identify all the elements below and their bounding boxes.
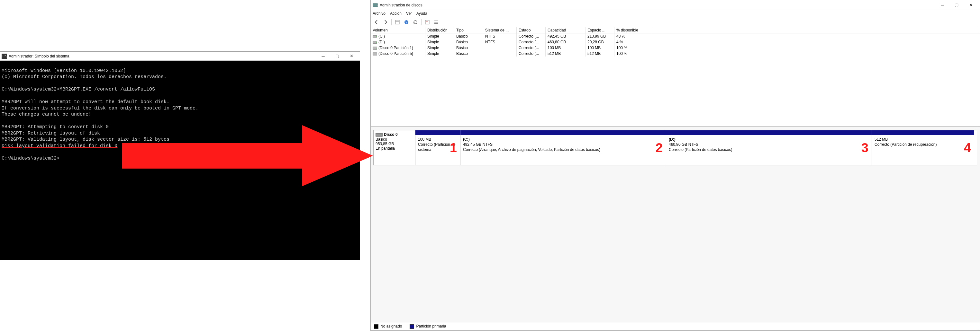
svg-point-15 (376, 42, 377, 43)
svg-rect-8 (426, 21, 428, 22)
maximize-button[interactable]: ▢ (950, 1, 964, 9)
cmd-title: Administrador: Símbolo del sistema (9, 54, 316, 58)
annotation-number: 1 (450, 141, 457, 155)
refresh-button[interactable] (412, 18, 419, 26)
partition-size: 460,80 GB NTFS (669, 142, 698, 147)
disk-row[interactable]: Disco 0 Básico 953,85 GB En pantalla 100… (373, 130, 977, 165)
volume-list-header: Volumen Distribución Tipo Sistema de ...… (371, 27, 980, 33)
disk-name: Disco 0 (384, 132, 398, 137)
menu-help[interactable]: Ayuda (416, 11, 427, 16)
partition-status: Correcto (Partición de recuperación) (875, 142, 937, 147)
partition-header-bar (872, 130, 974, 135)
cmd-window: C:\ Administrador: Símbolo del sistema ─… (0, 51, 360, 260)
disk-graphic-pane[interactable]: Disco 0 Básico 953,85 GB En pantalla 100… (371, 127, 980, 322)
col-layout[interactable]: Distribución (425, 27, 454, 33)
menu-action[interactable]: Acción (390, 11, 402, 16)
cmd-line: These changes cannot be undone! (2, 112, 91, 117)
partition-header-bar (415, 130, 460, 135)
cmd-line: If conversion is successful the disk can… (2, 106, 198, 111)
cmd-prompt: C:\Windows\system32> (2, 156, 59, 161)
show-hide-button[interactable] (393, 18, 401, 26)
list-view-button[interactable] (433, 18, 440, 26)
svg-rect-2 (373, 5, 377, 7)
cmd-line: (c) Microsoft Corporation. Todos los der… (2, 74, 167, 80)
annotation-number: 2 (655, 141, 663, 155)
dm-toolbar: ? (371, 17, 980, 27)
annotation-number: 4 (964, 141, 971, 155)
help-button[interactable]: ? (402, 18, 410, 26)
volume-icon (373, 41, 377, 44)
volume-row[interactable]: (D:)SimpleBásicoNTFSCorrecto (...460,80 … (371, 39, 980, 45)
col-free[interactable]: Espacio ... (585, 27, 614, 33)
cmd-output[interactable]: Microsoft Windows [Versión 10.0.19042.10… (0, 61, 360, 162)
close-button[interactable]: ✕ (344, 52, 358, 61)
col-capacity[interactable]: Capacidad (546, 27, 585, 33)
minimize-button[interactable]: ─ (935, 1, 950, 9)
cmd-line: MBR2GPT: Attempting to convert disk 0 (2, 124, 109, 130)
col-filesystem[interactable]: Sistema de ... (483, 27, 517, 33)
minimize-button[interactable]: ─ (316, 52, 330, 61)
svg-rect-11 (434, 23, 438, 24)
forward-button[interactable] (382, 18, 389, 26)
svg-rect-9 (434, 21, 438, 21)
partition-name: (C:) (463, 137, 470, 142)
volume-row[interactable]: (Disco 0 Partición 1)SimpleBásicoCorrect… (371, 45, 980, 51)
col-volume[interactable]: Volumen (371, 27, 425, 33)
cmd-line: C:\Windows\system32>MBR2GPT.EXE /convert… (2, 87, 155, 92)
disk-type: Básico (375, 137, 387, 142)
disk-icon (375, 133, 383, 137)
partition[interactable]: 100 MBCorrecto (Partición de sistema1 (415, 130, 460, 165)
disk-mgmt-icon (373, 3, 378, 8)
volume-icon (373, 46, 377, 50)
toolbar-separator (421, 19, 422, 25)
svg-text:?: ? (406, 21, 407, 24)
menu-view[interactable]: Ver (406, 11, 412, 16)
menu-file[interactable]: Archivo (373, 11, 385, 16)
col-type[interactable]: Tipo (454, 27, 483, 33)
svg-rect-1 (373, 3, 377, 5)
partition-name: (D:) (669, 137, 676, 142)
cmd-icon: C:\ (2, 54, 7, 59)
properties-button[interactable] (423, 18, 431, 26)
volume-list[interactable]: Volumen Distribución Tipo Sistema de ...… (371, 27, 980, 127)
partition[interactable]: (C:)492,45 GB NTFSCorrecto (Arranque, Ar… (460, 130, 666, 165)
col-status[interactable]: Estado (517, 27, 546, 33)
cmd-line: MBR2GPT: Validating layout, disk sector … (2, 137, 169, 142)
legend-swatch-unallocated (374, 324, 379, 329)
partition-header-bar (666, 130, 872, 135)
cmd-line: MBR2GPT: Retrieving layout of disk (2, 131, 100, 136)
svg-rect-20 (375, 133, 383, 136)
svg-point-21 (381, 134, 381, 135)
maximize-button[interactable]: ▢ (330, 52, 344, 61)
dm-titlebar[interactable]: Administración de discos ─ ▢ ✕ (371, 0, 980, 10)
close-button[interactable]: ✕ (964, 1, 978, 9)
legend-primary: Partición primaria (410, 324, 446, 329)
partition-size: 512 MB (875, 137, 888, 142)
partition-header-bar (460, 130, 666, 135)
svg-rect-10 (434, 22, 438, 22)
disk-header[interactable]: Disco 0 Básico 953,85 GB En pantalla (374, 130, 415, 165)
volume-row[interactable]: (C:)SimpleBásicoNTFSCorrecto (...492,45 … (371, 33, 980, 39)
col-percent[interactable]: % disponible (614, 27, 653, 33)
cmd-titlebar[interactable]: C:\ Administrador: Símbolo del sistema ─… (0, 52, 360, 61)
legend-swatch-primary (410, 324, 414, 329)
svg-point-13 (376, 36, 377, 37)
svg-point-17 (376, 48, 377, 49)
svg-point-19 (376, 54, 377, 54)
partition-status: Correcto (Arranque, Archivo de paginació… (463, 147, 600, 152)
volume-row[interactable]: (Disco 0 Partición 5)SimpleBásicoCorrect… (371, 51, 980, 57)
annotation-number: 3 (861, 141, 869, 155)
back-button[interactable] (373, 18, 380, 26)
partition[interactable]: 512 MBCorrecto (Partición de recuperació… (872, 130, 974, 165)
partition[interactable]: (D:)460,80 GB NTFSCorrecto (Partición de… (666, 130, 872, 165)
disk-status: En pantalla (375, 146, 395, 150)
legend-label: Partición primaria (416, 324, 446, 329)
disk-size: 953,85 GB (375, 142, 394, 146)
legend-label: No asignado (380, 324, 402, 329)
partition-status: Correcto (Partición de datos básicos) (669, 147, 732, 152)
legend-unallocated: No asignado (374, 324, 402, 329)
partition-size: 100 MB (418, 137, 431, 142)
partition-size: 492,45 GB NTFS (463, 142, 493, 147)
cmd-line: MBR2GPT will now attempt to convert the … (2, 99, 169, 105)
dm-title: Administración de discos (380, 3, 935, 7)
